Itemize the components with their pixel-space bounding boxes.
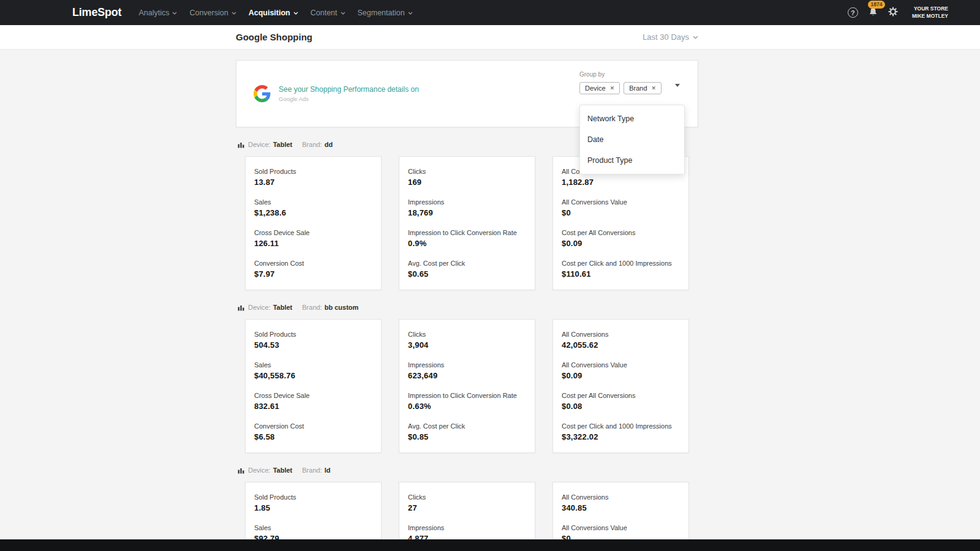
device-value: Tablet [273,304,293,311]
group-by-menu: Network Type Date Product Type [579,105,685,174]
metric-card: All Conversions1,182.87All Conversions V… [552,156,689,290]
connect-message-link[interactable]: See your Shopping Performance details on [279,85,419,94]
caret-down-icon [675,84,680,97]
metric-value: $40,558.76 [254,371,372,380]
metric-card: All Conversions42,055.62All Conversions … [552,319,689,453]
chevron-down-icon [293,12,298,15]
date-range-selector[interactable]: Last 30 Days [643,32,698,42]
metric: Impressions623,649 [408,361,526,380]
metric-value: $0.09 [562,371,680,380]
menu-option-date[interactable]: Date [580,129,684,150]
metric: Cross Device Sale126.11 [254,229,372,248]
metric-label: Cross Device Sale [254,392,372,399]
group-by-control: Group by Device ✕ Brand ✕ [579,71,662,94]
settings-button[interactable] [888,7,898,19]
metric-label: Sold Products [254,331,372,338]
metric-value: 18,769 [408,208,526,217]
metric-value: 340.85 [562,503,680,512]
menu-option-product-type[interactable]: Product Type [580,150,684,171]
brand-label: Brand: [302,141,322,148]
bottom-bar [0,539,980,551]
metric-label: Impression to Click Conversion Rate [408,229,526,236]
device-label: Device: [248,467,271,474]
chevron-down-icon [232,12,236,15]
metric-label: All Conversions Value [562,524,680,531]
metric-label: Clicks [408,331,526,338]
metric-label: Cross Device Sale [254,229,372,236]
metric-value: 623,649 [408,371,526,380]
metric: Conversion Cost$6.58 [254,422,372,441]
metric: Impression to Click Conversion Rate0.9% [408,229,526,248]
chevron-down-icon [693,36,698,39]
metric: Cost per Click and 1000 Impressions$110.… [562,260,680,279]
metric-value: 13.87 [254,178,372,187]
nav-item-analytics[interactable]: Analytics [132,0,183,25]
page-header: Google Shopping Last 30 Days [0,25,980,50]
metric-label: All Conversions [562,493,680,501]
metric-label: Avg. Cost per Click [408,260,526,267]
metric-value: $0.08 [562,402,680,411]
nav-item-label: Conversion [189,9,228,17]
connect-text: See your Shopping Performance details on… [279,85,419,102]
page-title: Google Shopping [236,32,312,42]
metric-label: Impressions [408,524,526,531]
nav-item-acquisition[interactable]: Acquisition [243,0,304,25]
limespot-logo[interactable]: LimeSpot [72,6,121,19]
account-info[interactable]: YOUR STORE MIKE MOTLEY [912,6,948,20]
metric: Avg. Cost per Click$0.85 [408,422,526,441]
nav-item-content[interactable]: Content [304,0,352,25]
group-by-chips: Device ✕ Brand ✕ [579,82,662,94]
help-icon: ? [848,7,858,18]
metric: All Conversions42,055.62 [562,331,680,350]
metric-value: 3,904 [408,340,526,350]
date-range-value: Last 30 Days [643,32,689,42]
metric-value: 27 [408,503,526,512]
chip-label: Device [585,84,606,92]
navbar-actions: ? 1874 YOUR STORE MIKE MOTLEY [848,6,948,20]
metric-value: 832.61 [254,402,372,411]
metric-label: Clicks [408,493,526,501]
metric-cards-row: Sold Products13.87Sales$1,238.6Cross Dev… [236,156,698,290]
metric-value: 504.53 [254,340,372,350]
close-icon[interactable]: ✕ [610,85,615,91]
device-label: Device: [248,304,271,311]
bell-icon [869,7,878,19]
metric: Conversion Cost$7.97 [254,260,372,279]
group-by-caret[interactable] [673,85,682,100]
metric: Sales$40,558.76 [254,361,372,380]
account-user-name: MIKE MOTLEY [912,13,948,20]
brand-value: dd [325,141,333,148]
metric: Avg. Cost per Click$0.65 [408,260,526,279]
metric: Cost per Click and 1000 Impressions$3,32… [562,422,680,441]
close-icon[interactable]: ✕ [652,85,657,91]
chip-device[interactable]: Device ✕ [579,82,620,94]
metric-label: Cost per Click and 1000 Impressions [562,422,680,430]
device-value: Tablet [273,141,293,148]
menu-option-network-type[interactable]: Network Type [580,108,684,129]
metric-label: Impressions [408,361,526,369]
notification-badge: 1874 [868,1,885,9]
brand-value: ld [325,467,331,474]
metric-value: 126.11 [254,239,372,248]
metric-label: All Conversions [562,331,680,338]
nav-item-conversion[interactable]: Conversion [183,0,242,25]
metric: Impression to Click Conversion Rate0.63% [408,392,526,411]
nav-item-label: Acquisition [249,9,290,17]
brand-value: bb custom [325,304,359,311]
metric-label: Sales [254,361,372,369]
metric: Cross Device Sale832.61 [254,392,372,411]
metric-label: Cost per All Conversions [562,392,680,399]
metric-value: $6.58 [254,432,372,441]
metric: Impressions18,769 [408,198,526,217]
chevron-down-icon [341,12,345,15]
nav-item-label: Content [311,9,337,17]
metric: Clicks3,904 [408,331,526,350]
nav-item-label: Segmentation [358,9,405,17]
notifications-button[interactable]: 1874 [869,7,878,19]
chip-brand[interactable]: Brand ✕ [624,82,662,94]
main-nav: Analytics Conversion Acquisition Content… [132,0,418,25]
help-button[interactable]: ? [848,7,858,18]
nav-item-label: Analytics [138,9,169,17]
bar-chart-icon [238,304,244,311]
nav-item-segmentation[interactable]: Segmentation [352,0,419,25]
